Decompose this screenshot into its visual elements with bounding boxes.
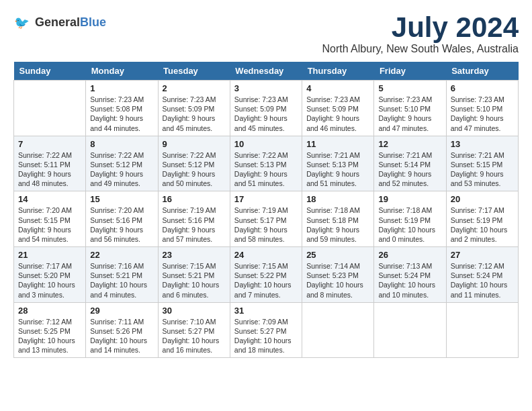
calendar-cell <box>14 81 86 136</box>
calendar-cell: 25Sunrise: 7:14 AMSunset: 5:23 PMDayligh… <box>302 247 374 303</box>
calendar-cell: 5Sunrise: 7:23 AMSunset: 5:10 PMDaylight… <box>374 81 446 136</box>
day-info: Sunrise: 7:19 AMSunset: 5:16 PMDaylight:… <box>163 205 226 244</box>
calendar-cell: 7Sunrise: 7:22 AMSunset: 5:11 PMDaylight… <box>14 136 86 191</box>
day-number: 5 <box>378 83 441 93</box>
day-number: 3 <box>234 83 298 93</box>
column-header-monday: Monday <box>86 62 158 81</box>
day-info: Sunrise: 7:21 AMSunset: 5:13 PMDaylight:… <box>306 150 369 189</box>
column-header-sunday: Sunday <box>14 62 86 81</box>
calendar-cell: 17Sunrise: 7:19 AMSunset: 5:17 PMDayligh… <box>230 191 302 247</box>
day-info: Sunrise: 7:20 AMSunset: 5:15 PMDaylight:… <box>18 205 81 244</box>
day-number: 13 <box>451 139 514 149</box>
day-number: 23 <box>163 250 226 260</box>
day-number: 11 <box>306 139 369 149</box>
calendar-week-row: 14Sunrise: 7:20 AMSunset: 5:15 PMDayligh… <box>14 191 519 247</box>
day-number: 4 <box>306 83 369 93</box>
day-info: Sunrise: 7:12 AMSunset: 5:24 PMDaylight:… <box>451 261 514 300</box>
column-header-friday: Friday <box>374 62 446 81</box>
day-number: 10 <box>234 139 298 149</box>
day-info: Sunrise: 7:23 AMSunset: 5:08 PMDaylight:… <box>90 95 153 133</box>
day-info: Sunrise: 7:23 AMSunset: 5:09 PMDaylight:… <box>306 95 369 133</box>
day-info: Sunrise: 7:10 AMSunset: 5:27 PMDaylight:… <box>163 317 226 355</box>
month-title: July 2024 <box>322 13 519 42</box>
calendar-cell: 3Sunrise: 7:23 AMSunset: 5:09 PMDaylight… <box>230 81 302 136</box>
column-header-thursday: Thursday <box>302 62 374 81</box>
day-info: Sunrise: 7:11 AMSunset: 5:26 PMDaylight:… <box>90 317 153 355</box>
calendar-cell: 6Sunrise: 7:23 AMSunset: 5:10 PMDaylight… <box>446 81 518 136</box>
calendar-cell: 29Sunrise: 7:11 AMSunset: 5:26 PMDayligh… <box>86 302 158 358</box>
calendar-cell: 21Sunrise: 7:17 AMSunset: 5:20 PMDayligh… <box>14 247 86 303</box>
logo-icon: 🐦 <box>13 13 32 32</box>
day-number: 6 <box>451 83 514 93</box>
day-number: 1 <box>90 83 153 93</box>
calendar-cell: 20Sunrise: 7:17 AMSunset: 5:19 PMDayligh… <box>446 191 518 247</box>
day-number: 8 <box>90 139 153 149</box>
day-info: Sunrise: 7:23 AMSunset: 5:09 PMDaylight:… <box>234 95 298 133</box>
day-info: Sunrise: 7:22 AMSunset: 5:11 PMDaylight:… <box>18 150 81 189</box>
calendar-week-row: 1Sunrise: 7:23 AMSunset: 5:08 PMDaylight… <box>14 81 519 136</box>
day-info: Sunrise: 7:09 AMSunset: 5:27 PMDaylight:… <box>234 317 298 355</box>
day-info: Sunrise: 7:19 AMSunset: 5:17 PMDaylight:… <box>234 205 298 244</box>
day-number: 29 <box>90 306 153 316</box>
logo: 🐦 GeneralBlue <box>13 13 106 32</box>
calendar-cell: 8Sunrise: 7:22 AMSunset: 5:12 PMDaylight… <box>86 136 158 191</box>
day-info: Sunrise: 7:14 AMSunset: 5:23 PMDaylight:… <box>306 261 369 300</box>
day-number: 16 <box>163 194 226 204</box>
day-info: Sunrise: 7:15 AMSunset: 5:21 PMDaylight:… <box>163 261 226 300</box>
calendar-cell: 14Sunrise: 7:20 AMSunset: 5:15 PMDayligh… <box>14 191 86 247</box>
day-number: 22 <box>90 250 153 260</box>
day-info: Sunrise: 7:23 AMSunset: 5:09 PMDaylight:… <box>163 95 226 133</box>
calendar-header-row: SundayMondayTuesdayWednesdayThursdayFrid… <box>14 62 519 81</box>
day-number: 9 <box>163 139 226 149</box>
calendar-cell: 27Sunrise: 7:12 AMSunset: 5:24 PMDayligh… <box>446 247 518 303</box>
calendar-cell <box>302 302 374 358</box>
day-number: 26 <box>378 250 441 260</box>
calendar-week-row: 28Sunrise: 7:12 AMSunset: 5:25 PMDayligh… <box>14 302 519 358</box>
day-info: Sunrise: 7:22 AMSunset: 5:12 PMDaylight:… <box>90 150 153 189</box>
calendar-week-row: 7Sunrise: 7:22 AMSunset: 5:11 PMDaylight… <box>14 136 519 191</box>
calendar-cell: 9Sunrise: 7:22 AMSunset: 5:12 PMDaylight… <box>158 136 230 191</box>
day-number: 25 <box>306 250 369 260</box>
page-header: 🐦 GeneralBlue July 2024 North Albury, Ne… <box>13 13 519 55</box>
calendar-cell: 15Sunrise: 7:20 AMSunset: 5:16 PMDayligh… <box>86 191 158 247</box>
day-number: 17 <box>234 194 298 204</box>
day-number: 20 <box>451 194 514 204</box>
location-subtitle: North Albury, New South Wales, Australia <box>322 43 519 55</box>
calendar-cell: 1Sunrise: 7:23 AMSunset: 5:08 PMDaylight… <box>86 81 158 136</box>
day-info: Sunrise: 7:21 AMSunset: 5:14 PMDaylight:… <box>378 150 441 189</box>
day-info: Sunrise: 7:22 AMSunset: 5:13 PMDaylight:… <box>234 150 298 189</box>
day-info: Sunrise: 7:13 AMSunset: 5:24 PMDaylight:… <box>378 261 441 300</box>
day-number: 2 <box>163 83 226 93</box>
calendar-cell: 24Sunrise: 7:15 AMSunset: 5:22 PMDayligh… <box>230 247 302 303</box>
calendar-cell: 28Sunrise: 7:12 AMSunset: 5:25 PMDayligh… <box>14 302 86 358</box>
calendar-cell: 23Sunrise: 7:15 AMSunset: 5:21 PMDayligh… <box>158 247 230 303</box>
calendar-cell: 13Sunrise: 7:21 AMSunset: 5:15 PMDayligh… <box>446 136 518 191</box>
calendar-cell: 30Sunrise: 7:10 AMSunset: 5:27 PMDayligh… <box>158 302 230 358</box>
day-number: 18 <box>306 194 369 204</box>
calendar-cell: 2Sunrise: 7:23 AMSunset: 5:09 PMDaylight… <box>158 81 230 136</box>
day-number: 27 <box>451 250 514 260</box>
column-header-wednesday: Wednesday <box>230 62 302 81</box>
calendar-cell <box>374 302 446 358</box>
column-header-saturday: Saturday <box>446 62 518 81</box>
calendar-cell: 12Sunrise: 7:21 AMSunset: 5:14 PMDayligh… <box>374 136 446 191</box>
day-info: Sunrise: 7:21 AMSunset: 5:15 PMDaylight:… <box>451 150 514 189</box>
day-number: 12 <box>378 139 441 149</box>
day-info: Sunrise: 7:18 AMSunset: 5:18 PMDaylight:… <box>306 205 369 244</box>
day-info: Sunrise: 7:20 AMSunset: 5:16 PMDaylight:… <box>90 205 153 244</box>
calendar-cell: 18Sunrise: 7:18 AMSunset: 5:18 PMDayligh… <box>302 191 374 247</box>
day-info: Sunrise: 7:23 AMSunset: 5:10 PMDaylight:… <box>451 95 514 133</box>
day-number: 14 <box>18 194 81 204</box>
day-info: Sunrise: 7:18 AMSunset: 5:19 PMDaylight:… <box>378 205 441 244</box>
logo-blue: Blue <box>80 15 106 29</box>
calendar-cell: 4Sunrise: 7:23 AMSunset: 5:09 PMDaylight… <box>302 81 374 136</box>
svg-text:🐦: 🐦 <box>14 15 30 30</box>
title-section: July 2024 North Albury, New South Wales,… <box>322 13 519 55</box>
logo-general: General <box>35 15 80 29</box>
column-header-tuesday: Tuesday <box>158 62 230 81</box>
day-info: Sunrise: 7:23 AMSunset: 5:10 PMDaylight:… <box>378 95 441 133</box>
day-number: 31 <box>234 306 298 316</box>
day-info: Sunrise: 7:12 AMSunset: 5:25 PMDaylight:… <box>18 317 81 355</box>
calendar-cell: 10Sunrise: 7:22 AMSunset: 5:13 PMDayligh… <box>230 136 302 191</box>
calendar-cell: 19Sunrise: 7:18 AMSunset: 5:19 PMDayligh… <box>374 191 446 247</box>
